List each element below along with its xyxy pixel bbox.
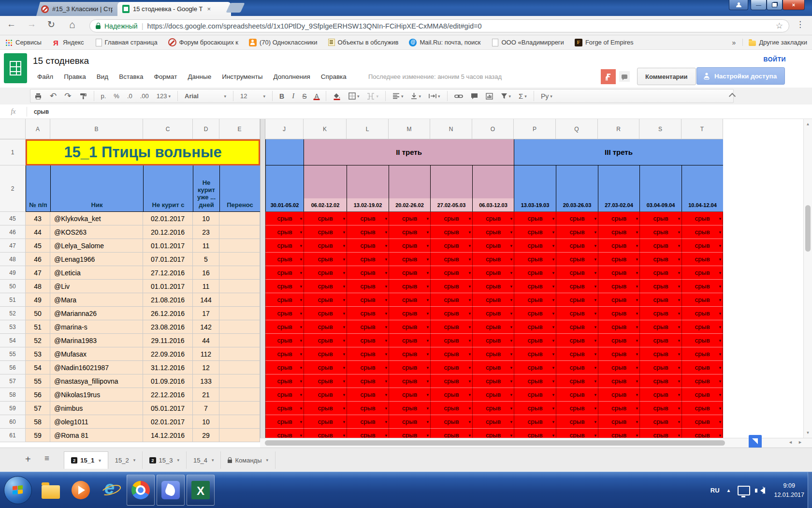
scroll-right-icon[interactable]: ► — [798, 440, 802, 445]
row-header[interactable]: 54 — [0, 334, 26, 347]
cell-status-sryv[interactable]: срыв▾ — [347, 402, 389, 415]
cell-status-sryv[interactable]: срыв▾ — [682, 239, 723, 253]
dropdown-arrow-icon[interactable]: ▾ — [678, 243, 680, 248]
cell-transfer[interactable] — [219, 361, 260, 374]
redo-button[interactable]: ↷ — [60, 90, 75, 103]
dropdown-arrow-icon[interactable]: ▾ — [300, 230, 302, 235]
cell-transfer[interactable] — [219, 374, 260, 388]
taskbar-item-media-player[interactable] — [67, 475, 95, 506]
sheet-tab-15_1[interactable]: 215_1▾ — [64, 451, 108, 469]
horizontal-scroll-thumb[interactable] — [265, 440, 725, 446]
sheet-tab-Команды[interactable]: Команды▾ — [221, 451, 276, 469]
cell-status-sryv[interactable]: срыв▾ — [514, 347, 556, 361]
cell-status-sryv[interactable]: срыв▾ — [347, 266, 389, 280]
dropdown-arrow-icon[interactable]: ▾ — [636, 433, 638, 438]
cell-days[interactable]: 133 — [193, 374, 219, 388]
dropdown-arrow-icon[interactable]: ▾ — [594, 365, 596, 370]
dropdown-arrow-icon[interactable]: ▾ — [678, 379, 680, 384]
dropdown-arrow-icon[interactable]: ▾ — [426, 433, 429, 438]
cell-status-sryv[interactable]: срыв▾ — [430, 374, 472, 388]
cell-status-sryv[interactable]: срыв▾ — [304, 388, 347, 402]
row-header[interactable]: 50 — [0, 280, 26, 293]
dropdown-arrow-icon[interactable]: ▾ — [678, 270, 680, 275]
cell-status-sryv[interactable]: срыв▾ — [389, 239, 430, 253]
cell-status-sryv[interactable]: срыв▾ — [347, 361, 389, 374]
cell-status-sryv[interactable]: срыв▾ — [389, 266, 430, 280]
cell-quit-date[interactable]: 22.12.2016 — [143, 388, 193, 402]
cell-status-sryv[interactable]: срыв▾ — [430, 266, 472, 280]
dropdown-arrow-icon[interactable]: ▾ — [678, 352, 680, 357]
dropdown-arrow-icon[interactable]: ▾ — [594, 243, 596, 248]
cell-status-sryv[interactable]: срыв▾ — [472, 239, 514, 253]
bookmark-star-icon[interactable]: ☆ — [776, 21, 783, 31]
row-header[interactable]: 55 — [0, 347, 26, 361]
cell-status-sryv[interactable]: срыв▾ — [389, 334, 430, 347]
dropdown-arrow-icon[interactable]: ▾ — [678, 216, 680, 221]
cell-status-sryv[interactable]: срыв▾ — [639, 212, 682, 225]
dropdown-arrow-icon[interactable]: ▾ — [385, 216, 387, 221]
cell-status-sryv[interactable]: срыв▾ — [556, 320, 598, 334]
dropdown-arrow-icon[interactable]: ▾ — [510, 284, 512, 289]
cell-status-sryv[interactable]: срыв▾ — [265, 293, 304, 307]
cell-transfer[interactable] — [219, 212, 260, 225]
browser-tab-forum[interactable]: #15_3 Классики | Стран × — [36, 2, 126, 16]
table-column-header[interactable]: № п/п — [26, 165, 50, 212]
cell-status-sryv[interactable]: срыв▾ — [598, 374, 639, 388]
column-header-A[interactable]: A — [26, 119, 50, 139]
dropdown-arrow-icon[interactable]: ▾ — [468, 284, 471, 289]
cell-status-sryv[interactable]: срыв▾ — [556, 280, 598, 293]
dropdown-arrow-icon[interactable]: ▾ — [594, 284, 596, 289]
dropdown-arrow-icon[interactable]: ▾ — [343, 284, 345, 289]
explore-button[interactable] — [749, 435, 762, 448]
vertical-scroll-thumb[interactable] — [805, 205, 811, 252]
chevron-down-icon[interactable]: ▾ — [177, 458, 179, 463]
cell-transfer[interactable] — [219, 334, 260, 347]
cell-number[interactable]: 43 — [26, 212, 50, 225]
other-bookmarks-button[interactable]: Другие закладки — [742, 39, 807, 46]
cell-status-sryv[interactable]: срыв▾ — [265, 266, 304, 280]
week-header-cell[interactable]: 03.04-09.04 — [639, 165, 682, 212]
dropdown-arrow-icon[interactable]: ▾ — [719, 338, 721, 343]
column-header-T[interactable]: T — [682, 119, 723, 139]
dropdown-arrow-icon[interactable]: ▾ — [636, 419, 638, 424]
dropdown-arrow-icon[interactable]: ▾ — [300, 338, 302, 343]
cell-status-sryv[interactable]: срыв▾ — [472, 266, 514, 280]
cell-status-sryv[interactable]: срыв▾ — [389, 293, 430, 307]
cell-status-sryv[interactable]: срыв▾ — [304, 402, 347, 415]
week-header-cell[interactable]: 27.03-02.04 — [598, 165, 639, 212]
row-header-1[interactable]: 1 — [0, 139, 26, 165]
add-sheet-button[interactable]: + — [25, 454, 31, 465]
cell-status-sryv[interactable]: срыв▾ — [514, 266, 556, 280]
cell-status-sryv[interactable]: срыв▾ — [304, 361, 347, 374]
dropdown-arrow-icon[interactable]: ▾ — [385, 419, 387, 424]
dropdown-arrow-icon[interactable]: ▾ — [678, 325, 680, 329]
cell-status-sryv[interactable]: срыв▾ — [639, 280, 682, 293]
chevron-down-icon[interactable]: ▾ — [133, 458, 136, 463]
dropdown-arrow-icon[interactable]: ▾ — [719, 392, 721, 397]
cell-status-sryv[interactable]: срыв▾ — [514, 212, 556, 225]
cell-status-sryv[interactable]: срыв▾ — [304, 347, 347, 361]
row-header[interactable]: 57 — [0, 374, 26, 388]
cell-nickname[interactable]: @Marianna26 — [50, 307, 143, 320]
dropdown-arrow-icon[interactable]: ▾ — [678, 365, 680, 370]
cell-nickname[interactable]: @nimbus — [50, 402, 143, 415]
security-label[interactable]: Надежный — [104, 22, 138, 30]
cell-status-sryv[interactable]: срыв▾ — [265, 225, 304, 239]
row-header[interactable]: 48 — [0, 253, 26, 266]
cell-status-sryv[interactable]: срыв▾ — [430, 212, 472, 225]
cell-transfer[interactable] — [219, 307, 260, 320]
cell-days[interactable]: 11 — [193, 280, 219, 293]
cell-quit-date[interactable]: 01.09.2016 — [143, 374, 193, 388]
cell-status-sryv[interactable]: срыв▾ — [472, 225, 514, 239]
dropdown-arrow-icon[interactable]: ▾ — [678, 298, 680, 302]
dropdown-arrow-icon[interactable]: ▾ — [300, 257, 302, 262]
minimize-button[interactable]: — — [751, 0, 767, 10]
dropdown-arrow-icon[interactable]: ▾ — [385, 433, 387, 438]
row-header[interactable]: 59 — [0, 402, 26, 415]
dropdown-arrow-icon[interactable]: ▾ — [468, 406, 471, 411]
dropdown-arrow-icon[interactable]: ▾ — [426, 216, 429, 221]
dropdown-arrow-icon[interactable]: ▾ — [594, 257, 596, 262]
cell-transfer[interactable] — [219, 239, 260, 253]
insert-chart-button[interactable] — [482, 90, 497, 103]
menu-Вставка[interactable]: Вставка — [114, 71, 148, 82]
